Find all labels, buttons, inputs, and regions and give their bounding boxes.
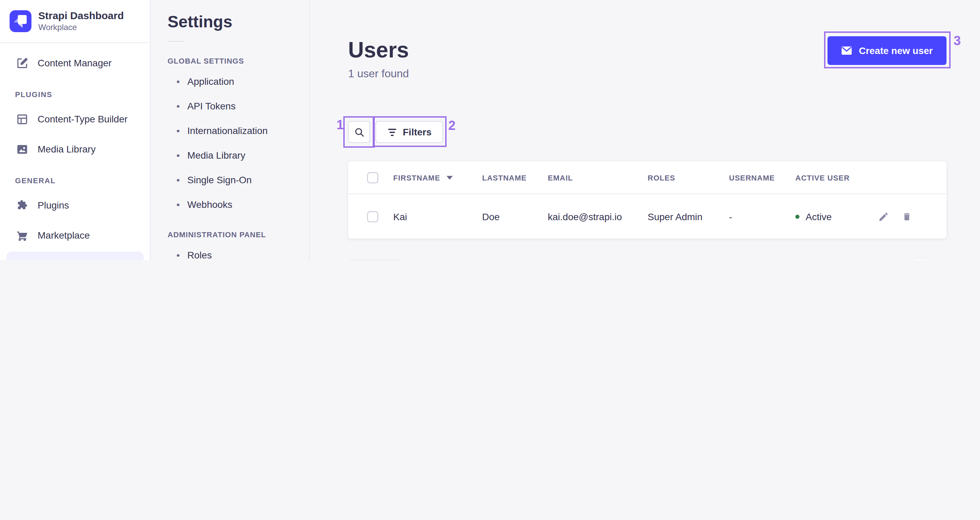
cell-username: -	[729, 211, 795, 222]
gear-icon	[15, 259, 29, 260]
subnav-item-label: Single Sign-On	[188, 174, 252, 185]
subnav-item-label: Roles	[188, 250, 212, 260]
divider	[167, 41, 184, 42]
strapi-logo-icon	[10, 10, 32, 32]
annotation-label-2: 2	[448, 118, 455, 134]
sidebar-item-label: Content Manager	[38, 58, 111, 69]
page-1-button[interactable]: 1	[912, 259, 931, 260]
sort-caret-down-icon	[446, 175, 452, 180]
edit-user-button[interactable]	[878, 211, 889, 222]
table-row[interactable]: Kai Doe kai.doe@strapi.io Super Admin - …	[348, 194, 947, 239]
header-label: LASTNAME	[482, 173, 527, 181]
header-label: EMAIL	[548, 173, 573, 181]
cell-email: kai.doe@strapi.io	[548, 211, 648, 222]
header-label: USERNAME	[729, 173, 775, 181]
header-label: ROLES	[648, 173, 675, 181]
sidebar-item-content-type-builder[interactable]: Content-Type Builder	[6, 106, 144, 133]
subnav-item-label: Webhooks	[188, 199, 232, 210]
subnav-item-api-tokens[interactable]: API Tokens	[150, 95, 309, 117]
sidebar-item-label: Plugins	[38, 200, 69, 211]
envelope-icon	[841, 46, 852, 56]
status-dot	[795, 215, 799, 218]
users-page: Users 1 user found Create new user 3	[310, 0, 980, 260]
sidebar-nav: Content Manager PLUGINS Content-Type Bui…	[0, 43, 150, 260]
trash-icon	[902, 211, 912, 222]
shopping-cart-icon	[15, 229, 29, 242]
annotation-label-3: 3	[954, 33, 961, 49]
sidebar-section-general: GENERAL	[15, 177, 150, 185]
status-label: Active	[806, 211, 832, 222]
sidebar-item-plugins[interactable]: Plugins	[6, 192, 144, 219]
filters-annotation-wrap: Filters 2	[375, 121, 443, 143]
subnav-item-internationalization[interactable]: Internationalization	[150, 120, 309, 142]
filter-icon	[387, 127, 397, 137]
cell-active-user: Active	[795, 211, 878, 222]
header-lastname: LASTNAME	[482, 173, 548, 181]
subnav-item-label: API Tokens	[188, 100, 235, 111]
sidebar-item-content-manager[interactable]: Content Manager	[6, 49, 144, 77]
subnav-title: Settings	[167, 12, 309, 32]
subnav-item-label: Media Library	[188, 150, 245, 161]
user-count: 1 user found	[348, 68, 409, 80]
app-root: Strapi Dashboard Workplace Content Manag…	[0, 0, 980, 260]
header-active-user: ACTIVE USER	[795, 173, 878, 181]
header-label: ACTIVE USER	[795, 173, 850, 181]
sidebar-item-marketplace[interactable]: Marketplace	[6, 222, 144, 249]
row-actions	[878, 211, 947, 222]
workspace-name: Workplace	[38, 22, 124, 32]
subnav-item-media-library[interactable]: Media Library	[150, 144, 309, 166]
sidebar-item-settings[interactable]: Settings	[6, 252, 144, 260]
create-new-user-label: Create new user	[859, 45, 933, 56]
subnav-item-single-sign-on[interactable]: Single Sign-On	[150, 169, 309, 191]
sidebar-item-label: Content-Type Builder	[38, 114, 127, 125]
puzzle-icon	[15, 199, 29, 212]
content-type-builder-icon	[15, 113, 29, 126]
users-table: FIRSTNAME LASTNAME EMAIL ROLES USERNAME …	[348, 161, 947, 239]
pencil-icon	[878, 211, 889, 222]
header-roles: ROLES	[648, 173, 729, 181]
subnav-item-admin-roles[interactable]: Roles	[150, 244, 309, 260]
sidebar-item-label: Marketplace	[38, 230, 90, 241]
cell-lastname: Doe	[482, 211, 548, 222]
table-header-row: FIRSTNAME LASTNAME EMAIL ROLES USERNAME …	[348, 161, 947, 194]
subnav-item-application[interactable]: Application	[150, 70, 309, 92]
delete-user-button[interactable]	[901, 211, 912, 222]
search-button[interactable]	[348, 121, 370, 143]
workspace-header[interactable]: Strapi Dashboard Workplace	[0, 0, 150, 43]
select-all-checkbox[interactable]	[367, 172, 378, 183]
subnav-item-label: Application	[188, 76, 234, 87]
filters-label: Filters	[403, 127, 431, 137]
filters-button[interactable]: Filters	[375, 121, 443, 143]
page-header: Users 1 user found Create new user 3	[348, 0, 947, 80]
header-firstname[interactable]: FIRSTNAME	[393, 173, 482, 181]
subnav-section-administration-panel: ADMINISTRATION PANEL	[167, 231, 309, 239]
pagination-controls: 1	[897, 259, 947, 260]
cell-firstname: Kai	[393, 211, 482, 222]
app-title: Strapi Dashboard	[38, 10, 124, 22]
search-icon	[353, 126, 365, 138]
page-title: Users	[348, 36, 409, 64]
settings-subnav: Settings GLOBAL SETTINGS Application API…	[150, 0, 310, 260]
subnav-section-global-settings: GLOBAL SETTINGS	[167, 57, 309, 65]
media-library-icon	[15, 143, 29, 156]
header-username: USERNAME	[729, 173, 795, 181]
content-manager-icon	[15, 56, 29, 70]
annotation-label-1: 1	[336, 118, 344, 133]
search-annotation-wrap: 1	[348, 121, 370, 143]
subnav-item-label: Internationalization	[188, 125, 268, 136]
row-checkbox[interactable]	[367, 211, 378, 222]
pagination-row: 10 Entries per page 1	[348, 259, 947, 260]
table-actions-row: 1 Filters 2	[348, 121, 947, 143]
create-user-annotation-wrap: Create new user 3	[827, 36, 947, 65]
main-sidebar: Strapi Dashboard Workplace Content Manag…	[0, 0, 150, 260]
header-label: FIRSTNAME	[393, 173, 440, 181]
page-size-select[interactable]: 10	[348, 259, 401, 260]
cell-roles: Super Admin	[648, 211, 729, 222]
create-new-user-button[interactable]: Create new user	[827, 36, 947, 65]
sidebar-item-media-library[interactable]: Media Library	[6, 136, 144, 163]
header-email: EMAIL	[548, 173, 648, 181]
sidebar-section-plugins: PLUGINS	[15, 91, 150, 99]
sidebar-item-label: Media Library	[38, 144, 96, 155]
subnav-item-webhooks[interactable]: Webhooks	[150, 194, 309, 215]
